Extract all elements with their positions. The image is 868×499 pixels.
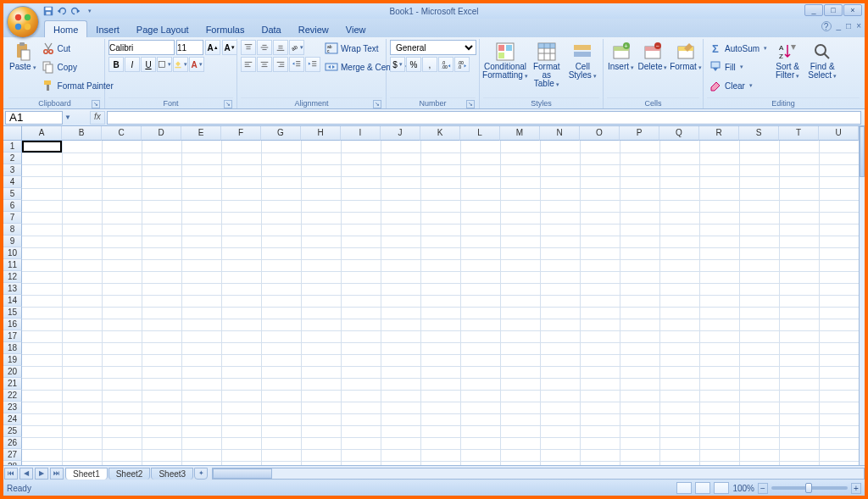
column-header[interactable]: I bbox=[341, 126, 381, 141]
horizontal-scrollbar[interactable] bbox=[212, 468, 865, 480]
align-top-button[interactable] bbox=[241, 40, 256, 55]
column-header[interactable]: A bbox=[22, 126, 62, 141]
select-all-corner[interactable] bbox=[3, 126, 22, 141]
column-header[interactable]: D bbox=[142, 126, 181, 141]
find-select-button[interactable]: Find & Select bbox=[806, 40, 838, 82]
font-launcher[interactable]: ↘ bbox=[224, 100, 232, 108]
column-header[interactable]: S bbox=[739, 126, 779, 141]
tab-review[interactable]: Review bbox=[290, 21, 337, 37]
row-header[interactable]: 8 bbox=[3, 224, 22, 236]
row-header[interactable]: 24 bbox=[3, 413, 22, 425]
comma-button[interactable]: , bbox=[422, 57, 437, 72]
column-header[interactable]: M bbox=[500, 126, 540, 141]
column-header[interactable]: F bbox=[221, 126, 261, 141]
row-header[interactable]: 19 bbox=[3, 354, 22, 366]
page-layout-view-button[interactable] bbox=[695, 482, 710, 494]
row-header[interactable]: 15 bbox=[3, 307, 22, 319]
tab-formulas[interactable]: Formulas bbox=[198, 21, 253, 37]
column-header[interactable]: K bbox=[420, 126, 460, 141]
column-header[interactable]: U bbox=[819, 126, 859, 141]
row-header[interactable]: 16 bbox=[3, 319, 22, 330]
align-right-button[interactable] bbox=[273, 57, 288, 72]
cut-button[interactable]: Cut bbox=[40, 40, 115, 57]
align-center-button[interactable] bbox=[257, 57, 272, 72]
sheet-nav-next[interactable]: ▶ bbox=[35, 468, 48, 480]
maximize-button[interactable]: □ bbox=[824, 4, 843, 16]
column-header[interactable]: G bbox=[261, 126, 301, 141]
cell-area[interactable] bbox=[22, 141, 859, 465]
autosum-button[interactable]: ΣAutoSum bbox=[707, 40, 769, 57]
align-left-button[interactable] bbox=[241, 57, 256, 72]
normal-view-button[interactable] bbox=[676, 482, 692, 494]
format-as-table-button[interactable]: Format as Table bbox=[530, 40, 564, 91]
formula-input[interactable] bbox=[107, 111, 861, 125]
restore-window-icon[interactable]: □ bbox=[846, 21, 851, 31]
increase-decimal-button[interactable]: .0.00 bbox=[438, 57, 453, 72]
bold-button[interactable]: B bbox=[108, 57, 124, 72]
insert-sheet-button[interactable]: ✦ bbox=[194, 468, 208, 480]
close-button[interactable]: × bbox=[843, 4, 862, 16]
close-window-icon[interactable]: × bbox=[856, 21, 861, 31]
format-cells-button[interactable]: Format bbox=[670, 40, 701, 74]
font-size-input[interactable] bbox=[176, 40, 203, 55]
row-header[interactable]: 2 bbox=[3, 152, 22, 164]
page-break-view-button[interactable] bbox=[714, 482, 729, 494]
number-format-select[interactable]: General bbox=[390, 40, 476, 55]
column-header[interactable]: E bbox=[181, 126, 221, 141]
row-header[interactable]: 18 bbox=[3, 342, 22, 354]
cell-styles-button[interactable]: Cell Styles bbox=[566, 40, 600, 82]
column-header[interactable]: O bbox=[580, 126, 620, 141]
column-header[interactable]: P bbox=[620, 126, 659, 141]
percent-button[interactable]: % bbox=[406, 57, 421, 72]
align-middle-button[interactable] bbox=[257, 40, 272, 55]
row-header[interactable]: 11 bbox=[3, 259, 22, 271]
number-launcher[interactable]: ↘ bbox=[466, 100, 475, 108]
tab-insert[interactable]: Insert bbox=[87, 21, 128, 37]
sort-filter-button[interactable]: AZSort & Filter bbox=[771, 40, 804, 82]
italic-button[interactable]: I bbox=[125, 57, 140, 72]
zoom-slider[interactable] bbox=[771, 486, 848, 490]
qat-customize-icon[interactable] bbox=[83, 5, 95, 17]
row-header[interactable]: 9 bbox=[3, 236, 22, 247]
undo-icon[interactable] bbox=[56, 5, 68, 17]
conditional-formatting-button[interactable]: Conditional Formatting bbox=[483, 40, 527, 82]
zoom-in-button[interactable]: + bbox=[851, 483, 861, 494]
office-button[interactable] bbox=[7, 6, 39, 38]
row-header[interactable]: 17 bbox=[3, 330, 22, 342]
minimize-button[interactable]: _ bbox=[804, 4, 823, 16]
column-header[interactable]: J bbox=[381, 126, 420, 141]
sheet-tab-2[interactable]: Sheet2 bbox=[108, 468, 151, 480]
border-button[interactable] bbox=[157, 57, 172, 72]
sheet-tab-1[interactable]: Sheet1 bbox=[65, 468, 108, 480]
zoom-out-button[interactable]: − bbox=[758, 483, 768, 494]
row-header[interactable]: 22 bbox=[3, 390, 22, 402]
delete-cells-button[interactable]: −Delete bbox=[637, 40, 668, 74]
row-header[interactable]: 5 bbox=[3, 188, 22, 200]
row-header[interactable]: 7 bbox=[3, 212, 22, 224]
sheet-nav-first[interactable]: ⏮ bbox=[4, 468, 18, 480]
hscroll-thumb[interactable] bbox=[213, 469, 272, 479]
zoom-thumb[interactable] bbox=[805, 483, 812, 493]
copy-button[interactable]: Copy bbox=[40, 58, 115, 75]
row-header[interactable]: 13 bbox=[3, 283, 22, 295]
decrease-decimal-button[interactable]: .00.0 bbox=[454, 57, 470, 72]
clipboard-launcher[interactable]: ↘ bbox=[92, 100, 100, 108]
grow-font-button[interactable]: A▲ bbox=[205, 40, 220, 55]
orientation-button[interactable]: ab bbox=[289, 40, 304, 55]
column-header[interactable]: R bbox=[699, 126, 739, 141]
increase-indent-button[interactable] bbox=[305, 57, 320, 72]
name-box[interactable] bbox=[5, 111, 63, 125]
sheet-tab-3[interactable]: Sheet3 bbox=[151, 468, 193, 480]
fill-button[interactable]: Fill bbox=[707, 58, 769, 75]
column-header[interactable]: C bbox=[102, 126, 142, 141]
underline-button[interactable]: U bbox=[141, 57, 156, 72]
row-header[interactable]: 14 bbox=[3, 295, 22, 307]
shrink-font-button[interactable]: A▼ bbox=[222, 40, 237, 55]
paste-button[interactable]: Paste bbox=[8, 40, 37, 74]
column-header[interactable]: T bbox=[779, 126, 819, 141]
row-header[interactable]: 6 bbox=[3, 200, 22, 212]
redo-icon[interactable] bbox=[70, 5, 81, 17]
row-header[interactable]: 1 bbox=[3, 141, 22, 152]
row-header[interactable]: 26 bbox=[3, 437, 22, 449]
column-header[interactable]: Q bbox=[659, 126, 699, 141]
